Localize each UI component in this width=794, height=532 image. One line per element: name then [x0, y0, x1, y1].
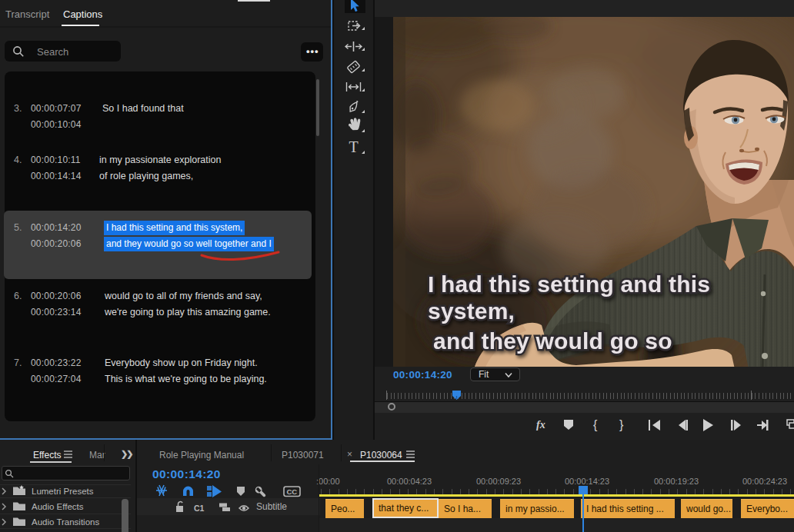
- svg-text:{: {: [593, 418, 598, 431]
- svg-text:I had this setting and this: I had this setting and this: [428, 271, 710, 297]
- svg-text:fx: fx: [536, 419, 545, 431]
- svg-text:}: }: [619, 418, 624, 431]
- svg-text:Audio Transitions: Audio Transitions: [32, 517, 99, 527]
- svg-text:and they would go so: and they would go so: [433, 328, 672, 354]
- svg-text:T: T: [349, 138, 358, 155]
- svg-text:C1: C1: [194, 504, 205, 513]
- svg-text:Lumetri Presets: Lumetri Presets: [32, 487, 94, 496]
- svg-text:system,: system,: [428, 298, 515, 324]
- svg-text:CC: CC: [287, 487, 298, 496]
- svg-text:Audio Effects: Audio Effects: [32, 502, 84, 511]
